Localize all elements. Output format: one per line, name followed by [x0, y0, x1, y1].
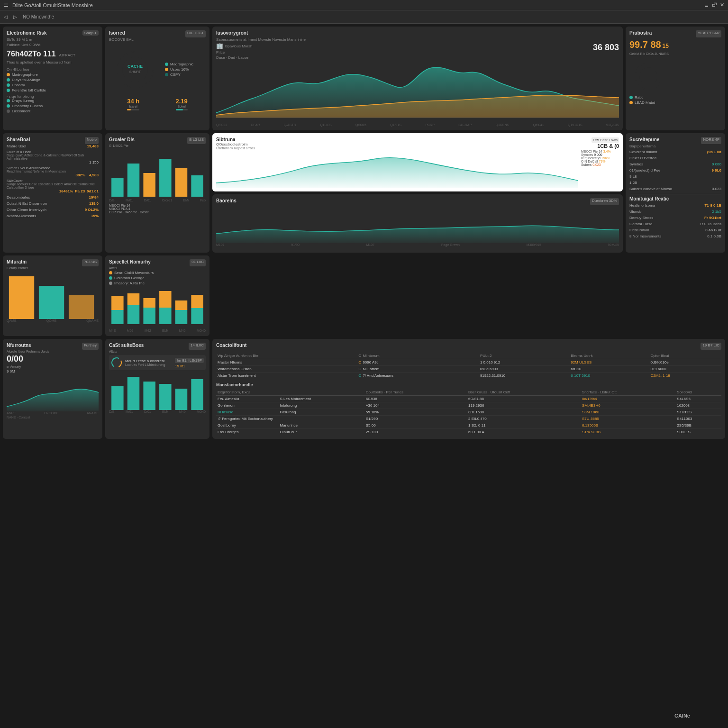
- svg-text:SHURT: SHURT: [129, 70, 141, 73]
- svg-point-42: [114, 360, 119, 365]
- stat-label-5: Deasombafes: [7, 195, 30, 200]
- col-header-2: ⊙ Mlintorunt: [357, 353, 479, 359]
- t2r3-c6: S1UTES: [675, 409, 721, 416]
- t2r1-c5: 0d/13%4: [581, 396, 675, 402]
- svg-rect-13: [159, 159, 172, 197]
- t2r2-c5: SM.4E3H6: [581, 402, 675, 409]
- stat-label-3: Sumart Uvel in Abundivchane: [7, 166, 50, 170]
- stat-label-2: Coute of a Flocit: [7, 150, 31, 154]
- prubostra-value2: 15: [663, 43, 669, 49]
- t2r4-c5: S7U-5685: [581, 416, 675, 422]
- sibtruna-stat5: Subers 0.023: [581, 163, 619, 166]
- svg-rect-28: [111, 296, 124, 310]
- menu-icon[interactable]: ☰: [4, 2, 9, 8]
- bar-chart-groaler: [109, 149, 206, 197]
- sucr-val4: 9 9L0: [712, 168, 721, 173]
- svg-rect-43: [111, 386, 124, 410]
- nfurroutns-card: Nfurroutns Furtney Alcrute Ibsur Frotnem…: [3, 339, 102, 439]
- groaler-x-labels: D/BM/01D/01Crore1EM/Feb: [109, 199, 206, 202]
- main-value-electrohome: 76h402To 111: [7, 50, 56, 58]
- t2r5-c3: S5.00: [364, 422, 467, 429]
- sibtruna-badge: 1e5 Best Lows: [592, 137, 619, 143]
- t2r1-c6: S4L6S6: [675, 396, 721, 402]
- monit-stat1: Healtmortsoma: [629, 203, 655, 208]
- svg-rect-37: [159, 308, 172, 324]
- monit-stat2: Ulunob: [629, 209, 641, 214]
- sibtruna-title: Sibtruna: [216, 137, 255, 142]
- stat-val-4c: 0d1.01: [87, 189, 99, 193]
- right-label: Bokel: [176, 105, 188, 108]
- maximize-icon[interactable]: 🗗: [712, 2, 717, 8]
- on-label2: · srqe fur bisong: [7, 94, 99, 99]
- monit-val2: 2 1b5: [712, 209, 721, 214]
- card-title-prubostra: Prubostra: [629, 30, 652, 36]
- legend3: Unsotry: [12, 83, 25, 87]
- cast-title: CaSt sulteBoes: [109, 343, 144, 348]
- back-icon[interactable]: ◁: [4, 14, 8, 19]
- isorred-subtitle: BOCOVE BAL: [109, 37, 206, 42]
- titlebar-text: Dlite GoAtoll OmultiState Monshire: [12, 2, 93, 8]
- minimize-icon[interactable]: 🗕: [704, 2, 709, 8]
- card-subtitle1: SbTo 39 M 1 m: [7, 37, 46, 42]
- coact-table2: Exgrifonstorn, Exgs Douttooks · Per Tune…: [216, 389, 721, 435]
- sucr-stat7: Suber's conave of Mneso: [629, 187, 672, 191]
- t2r4-c1: ↺ Ferngorted Mit Exchonauthery: [216, 416, 364, 422]
- svg-rect-47: [175, 389, 188, 410]
- svg-rect-39: [191, 308, 203, 324]
- close-icon[interactable]: ✕: [720, 2, 724, 8]
- col-header-1: Wp Alrigor AurAm ot Bte: [216, 353, 357, 359]
- groaler-dls-card: Groaler Dls B L3 LIS G.1/9021 Pie D/BM/0…: [105, 133, 209, 253]
- tr3-c5: C2M2. 1 18: [649, 373, 721, 379]
- sucr-val1: (9b 1 0d: [707, 150, 721, 154]
- cast-inner-val: 19 llt1: [175, 364, 204, 368]
- monit-title: Monituigat Reatic: [629, 196, 721, 201]
- cast-bar-chart: [109, 372, 206, 410]
- t2r1-c2: S Les Moturement: [279, 396, 364, 402]
- stat-label-6b: avocar-Oclessors: [7, 214, 36, 218]
- spicellet-badge: 01 LIIC: [190, 259, 206, 266]
- bottom-values: 34 h Isarel 2.19 Bokel: [109, 98, 206, 110]
- svg-rect-10: [111, 178, 124, 197]
- spicellet-title: Spicellet Nomurhy: [109, 259, 151, 264]
- svg-rect-27: [69, 295, 94, 319]
- value-label: AIFRACT: [59, 53, 75, 57]
- badge-prubostra: YEAR YEAR: [696, 30, 721, 37]
- stat-val-6: 9 OL2%: [85, 208, 99, 212]
- titlebar: ☰ Dlite GoAtoll OmultiState Monshire 🗕 🗗…: [0, 0, 728, 10]
- th-doutbooks: Douttooks · Per Tunes: [364, 389, 467, 396]
- monit-stat5: Flesturation: [629, 228, 649, 232]
- table-row: Mastor Ntuons ⊙ 9096 A9t 1 0.610 912 92M…: [216, 359, 721, 366]
- mifuratm-badge: 703 US: [82, 259, 99, 266]
- th-sol: Sol 0043: [675, 389, 721, 396]
- table-row: Frs. Almeslla S Les Moturement 6l1938 6O…: [216, 396, 721, 402]
- cast-sulte-card: CaSt sulteBoes 14 ILIIC Altcts Mqurt Pre…: [105, 339, 209, 439]
- svg-rect-30: [143, 298, 155, 308]
- cast-x-labels: D/BM/01D/01EM/M40MO40: [109, 410, 206, 413]
- t2r3-c4: G1L1600: [467, 409, 581, 416]
- th-sncrface: Sncrface · Llstrut Ott: [581, 389, 675, 396]
- tr1-c2: ⊙ 9096 A9t: [357, 359, 479, 366]
- forward-icon[interactable]: ▷: [13, 14, 17, 19]
- coact-badge: 19 B7 LIC: [701, 343, 721, 350]
- sucreltepune-subtitle: Baprpenurtama: [629, 144, 721, 148]
- mifuratm-card: Mifuratm 703 US Exflary Itsonet QAMEQOME…: [3, 255, 102, 336]
- legend1: Madrographure: [12, 73, 38, 77]
- nfurr-subtitle: Alcrute Ibsur Frotnems Jurds: [7, 350, 99, 353]
- stat-val-3b: 4,963: [89, 173, 99, 177]
- iusovorygront-card: Iusovorygront Sabescurane is at Iment Mo…: [212, 27, 623, 130]
- coact-table1: Wp Alrigor AurAm ot Bte ⊙ Mlintorunt PUL…: [216, 353, 721, 379]
- table-row: Gosltborny Manurince S5.00 1 S2. 0 11 6.…: [216, 422, 721, 429]
- nfurr-sub: sr Amsely: [7, 365, 99, 368]
- sucr-stat5: 9 L8: [629, 174, 637, 179]
- sucr-stat3: Symbes: [629, 162, 643, 166]
- sp-legend3: Imasory: A.Ru Pie: [114, 281, 145, 285]
- svg-rect-12: [143, 173, 155, 197]
- t2r5-c5: 6.13506S: [581, 422, 675, 429]
- t2r4-c4: 2 EIL0.470: [467, 416, 581, 422]
- description: Thas is upletied over a Measured from: [7, 60, 99, 64]
- baorelns-chart: [216, 205, 619, 243]
- sp-legend2: Gerothon Gevoge: [114, 276, 145, 280]
- t2r2-c6: 162008: [675, 402, 721, 409]
- baorelns-title: Baorelns: [216, 198, 237, 203]
- tr2-c5: 019.6000: [649, 366, 721, 373]
